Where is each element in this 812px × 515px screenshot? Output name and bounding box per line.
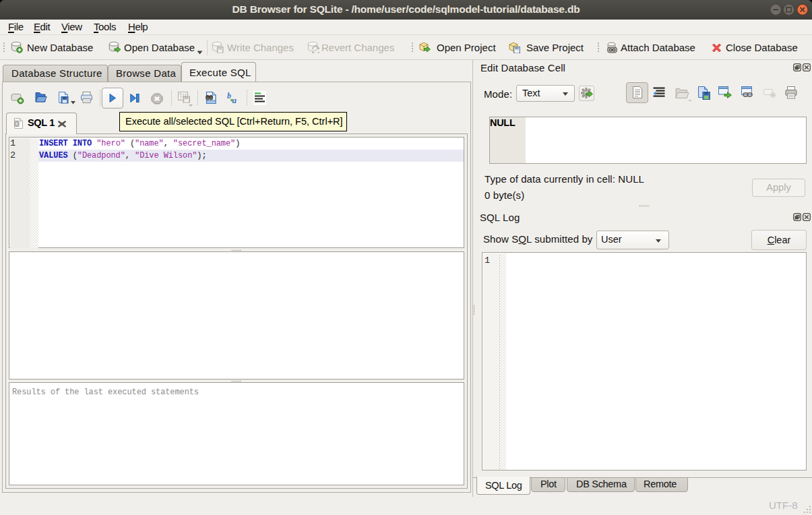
svg-text:a: a xyxy=(232,95,237,104)
svg-text:b: b xyxy=(227,92,231,100)
